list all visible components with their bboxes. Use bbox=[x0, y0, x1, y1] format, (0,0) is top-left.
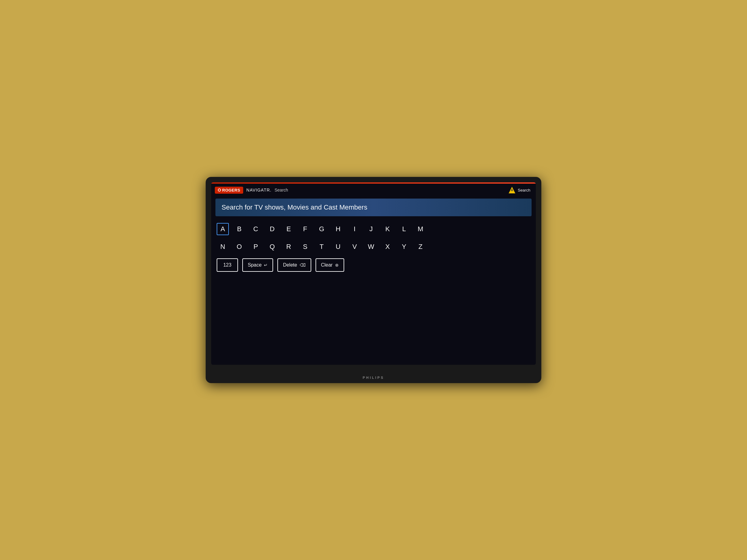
rogers-label: ROGERS bbox=[222, 188, 240, 192]
keyboard-row-1: ABCDEFGHIJKLM bbox=[217, 223, 530, 235]
key-N[interactable]: N bbox=[217, 241, 229, 253]
key-Z[interactable]: Z bbox=[414, 241, 427, 253]
key-delete-icon: ⌫ bbox=[300, 263, 306, 267]
key-delete[interactable]: Delete⌫ bbox=[277, 258, 311, 272]
key-123[interactable]: 123 bbox=[217, 258, 238, 272]
rogers-circle-icon bbox=[218, 188, 221, 191]
key-G[interactable]: G bbox=[315, 223, 328, 235]
key-W[interactable]: W bbox=[365, 241, 377, 253]
key-123-label: 123 bbox=[223, 262, 232, 268]
key-Q[interactable]: Q bbox=[266, 241, 278, 253]
search-title-bar: Search for TV shows, Movies and Cast Mem… bbox=[215, 198, 532, 216]
rogers-logo: ROGERS bbox=[215, 187, 243, 194]
key-A[interactable]: A bbox=[217, 223, 229, 235]
key-V[interactable]: V bbox=[349, 241, 361, 253]
key-F[interactable]: F bbox=[299, 223, 311, 235]
keyboard-row-special: 123Space↵Delete⌫Clear⊗ bbox=[217, 258, 530, 272]
header-right: A Search bbox=[509, 187, 530, 193]
key-K[interactable]: K bbox=[381, 223, 394, 235]
key-P[interactable]: P bbox=[250, 241, 262, 253]
key-clear[interactable]: Clear⊗ bbox=[315, 258, 344, 272]
key-U[interactable]: U bbox=[332, 241, 344, 253]
key-H[interactable]: H bbox=[332, 223, 344, 235]
tv-screen: ROGERS NAVIGATR. Search A Search Search … bbox=[211, 182, 536, 365]
key-B[interactable]: B bbox=[233, 223, 245, 235]
key-S[interactable]: S bbox=[299, 241, 311, 253]
search-title: Search for TV shows, Movies and Cast Mem… bbox=[222, 204, 367, 211]
header-left: ROGERS NAVIGATR. Search bbox=[215, 187, 288, 194]
key-space-label: Space bbox=[248, 262, 261, 268]
key-M[interactable]: M bbox=[414, 223, 427, 235]
header-search-button-label: Search bbox=[518, 188, 530, 192]
key-Y[interactable]: Y bbox=[398, 241, 410, 253]
key-E[interactable]: E bbox=[283, 223, 295, 235]
key-T[interactable]: T bbox=[315, 241, 328, 253]
key-I[interactable]: I bbox=[349, 223, 361, 235]
key-X[interactable]: X bbox=[381, 241, 394, 253]
key-R[interactable]: R bbox=[283, 241, 295, 253]
key-clear-icon: ⊗ bbox=[335, 263, 339, 267]
tv-brand: PHILIPS bbox=[363, 376, 385, 379]
key-clear-label: Clear bbox=[321, 262, 333, 268]
tv-frame: ROGERS NAVIGATR. Search A Search Search … bbox=[206, 177, 541, 383]
key-J[interactable]: J bbox=[365, 223, 377, 235]
search-badge-icon: A bbox=[509, 187, 515, 193]
key-O[interactable]: O bbox=[233, 241, 245, 253]
key-delete-label: Delete bbox=[283, 262, 297, 268]
key-L[interactable]: L bbox=[398, 223, 410, 235]
key-C[interactable]: C bbox=[250, 223, 262, 235]
page-label: Search bbox=[275, 188, 288, 192]
key-D[interactable]: D bbox=[266, 223, 278, 235]
key-space-icon: ↵ bbox=[264, 263, 267, 267]
navigatr-label: NAVIGATR. bbox=[246, 188, 271, 192]
keyboard-area: ABCDEFGHIJKLM NOPQRSTUVWXYZ 123Space↵Del… bbox=[211, 219, 536, 365]
keyboard-row-2: NOPQRSTUVWXYZ bbox=[217, 241, 530, 253]
header: ROGERS NAVIGATR. Search A Search bbox=[211, 184, 536, 196]
key-space[interactable]: Space↵ bbox=[242, 258, 273, 272]
